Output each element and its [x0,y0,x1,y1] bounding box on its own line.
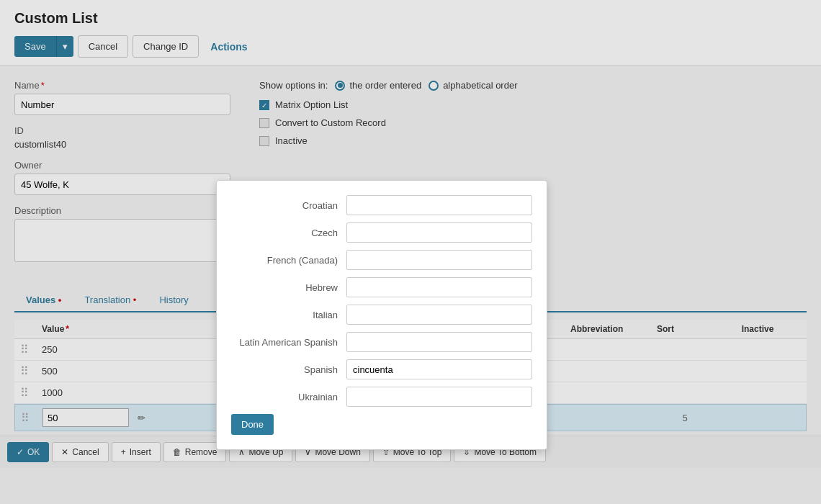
latin-american-spanish-input[interactable] [346,332,532,352]
popup-field-row-hebrew: Hebrew [231,277,532,297]
popup-field-row-latin-american-spanish: Latin American Spanish [231,332,532,352]
popup-field-row-croatian: Croatian [231,195,532,215]
czech-input[interactable] [346,222,532,243]
ukrainian-input[interactable] [346,387,532,407]
popup-field-row-italian: Italian [231,305,532,325]
page-wrapper: Custom List Save ▾ Cancel Change ID Acti… [0,0,821,504]
french-canada-input[interactable] [346,250,532,270]
hebrew-input[interactable] [346,277,532,297]
popup-field-row-czech: Czech [231,222,532,243]
spanish-input[interactable] [346,359,532,379]
popup-field-row-french-canada: French (Canada) [231,250,532,270]
italian-input[interactable] [346,305,532,325]
translation-popup: Croatian Czech French (Canada) Hebrew It… [216,180,547,450]
popup-field-row-ukrainian: Ukrainian [231,387,532,407]
popup-done-area: Done [231,414,532,435]
popup-field-row-spanish: Spanish [231,359,532,379]
done-button[interactable]: Done [231,414,274,435]
croatian-input[interactable] [346,195,532,215]
